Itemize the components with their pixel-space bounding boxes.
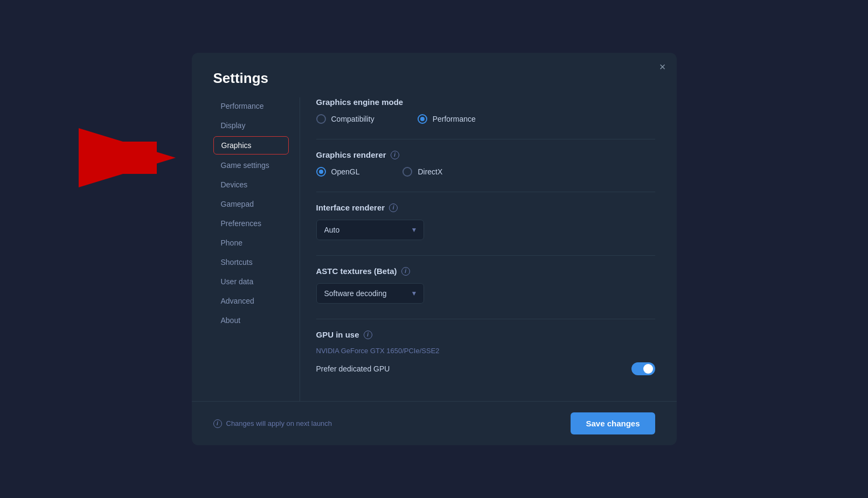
radio-opengl-label: OpenGL: [331, 167, 360, 176]
astc-textures-help-icon[interactable]: i: [401, 267, 410, 276]
divider-1: [316, 139, 655, 139]
dialog-header: Settings: [192, 53, 677, 97]
gpu-help-icon[interactable]: i: [364, 331, 372, 339]
interface-renderer-select-wrapper: Auto OpenGL DirectX ▼: [316, 220, 424, 240]
gpu-title: GPU in use i: [316, 330, 655, 339]
astc-textures-select[interactable]: Software decoding Hardware decoding Disa…: [316, 283, 424, 304]
astc-textures-section: ASTC textures (Beta) i Software decoding…: [316, 266, 655, 304]
prefer-dedicated-gpu-toggle[interactable]: [631, 362, 655, 375]
settings-dialog: × Settings Performance Display Graphics …: [192, 53, 677, 445]
sidebar-item-gamepad[interactable]: Gamepad: [213, 195, 289, 213]
graphics-engine-mode-options: Compatibility Performance: [316, 114, 655, 124]
sidebar-item-graphics[interactable]: Graphics: [213, 136, 289, 155]
graphics-renderer-help-icon[interactable]: i: [391, 151, 399, 159]
prefer-dedicated-gpu-row: Prefer dedicated GPU: [316, 362, 655, 375]
sidebar-item-preferences[interactable]: Preferences: [213, 215, 289, 232]
radio-compatibility[interactable]: Compatibility: [316, 114, 374, 124]
radio-compatibility-label: Compatibility: [331, 115, 374, 123]
interface-renderer-select[interactable]: Auto OpenGL DirectX: [316, 220, 424, 240]
save-changes-button[interactable]: Save changes: [571, 412, 655, 434]
dialog-footer: i Changes will apply on next launch Save…: [192, 401, 677, 445]
radio-directx-label: DirectX: [418, 167, 442, 176]
footer-note: i Changes will apply on next launch: [213, 419, 332, 428]
radio-performance-label: Performance: [433, 115, 476, 123]
graphics-engine-mode-section: Graphics engine mode Compatibility Perfo…: [316, 97, 655, 124]
sidebar: Performance Display Graphics Game settin…: [203, 97, 300, 401]
dialog-body: Performance Display Graphics Game settin…: [192, 97, 677, 401]
dialog-title: Settings: [213, 70, 655, 87]
radio-performance[interactable]: Performance: [418, 114, 476, 124]
footer-info-icon: i: [213, 419, 222, 428]
radio-compatibility-circle: [316, 114, 326, 124]
interface-renderer-help-icon[interactable]: i: [389, 204, 398, 212]
sidebar-item-shortcuts[interactable]: Shortcuts: [213, 254, 289, 271]
interface-renderer-section: Interface renderer i Auto OpenGL DirectX…: [316, 203, 655, 240]
main-content: Graphics engine mode Compatibility Perfo…: [300, 97, 677, 401]
graphics-renderer-options: OpenGL DirectX: [316, 167, 655, 177]
sidebar-item-performance[interactable]: Performance: [213, 97, 289, 115]
radio-opengl-circle: [316, 167, 326, 177]
radio-directx[interactable]: DirectX: [402, 167, 442, 177]
radio-opengl[interactable]: OpenGL: [316, 167, 360, 177]
sidebar-item-advanced[interactable]: Advanced: [213, 292, 289, 310]
astc-textures-title: ASTC textures (Beta) i: [316, 266, 655, 276]
footer-note-text: Changes will apply on next launch: [226, 419, 332, 427]
sidebar-item-about[interactable]: About: [213, 312, 289, 329]
astc-textures-select-wrapper: Software decoding Hardware decoding Disa…: [316, 283, 424, 304]
sidebar-item-phone[interactable]: Phone: [213, 234, 289, 251]
radio-directx-circle: [402, 167, 412, 177]
graphics-renderer-title: Graphics renderer i: [316, 150, 655, 159]
divider-3: [316, 255, 655, 256]
divider-4: [316, 319, 655, 319]
sidebar-item-devices[interactable]: Devices: [213, 176, 289, 193]
close-button[interactable]: ×: [659, 61, 666, 72]
sidebar-item-user-data[interactable]: User data: [213, 273, 289, 290]
sidebar-item-game-settings[interactable]: Game settings: [213, 157, 289, 174]
graphics-engine-mode-title: Graphics engine mode: [316, 97, 655, 107]
radio-performance-circle: [418, 114, 427, 124]
gpu-name: NVIDIA GeForce GTX 1650/PCIe/SSE2: [316, 347, 655, 355]
divider-2: [316, 192, 655, 192]
sidebar-item-display[interactable]: Display: [213, 117, 289, 134]
gpu-section: GPU in use i NVIDIA GeForce GTX 1650/PCI…: [316, 330, 655, 375]
interface-renderer-title: Interface renderer i: [316, 203, 655, 212]
annotation-arrow: [79, 128, 176, 187]
graphics-renderer-section: Graphics renderer i OpenGL DirectX: [316, 150, 655, 177]
prefer-dedicated-gpu-label: Prefer dedicated GPU: [316, 364, 390, 373]
